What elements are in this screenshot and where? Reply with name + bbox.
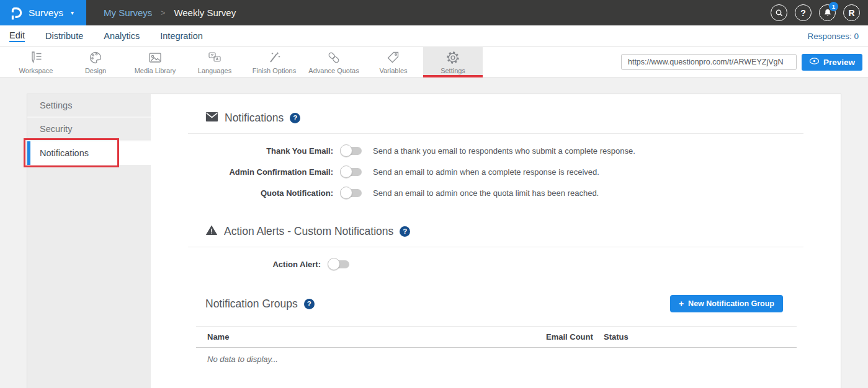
toolbar-item-label: Workspace xyxy=(19,67,53,74)
avatar-initial: R xyxy=(848,8,854,18)
preview-button-label: Preview xyxy=(823,58,855,67)
product-menu[interactable]: Surveys ▾ xyxy=(0,0,86,25)
toolbar-item-design[interactable]: Design xyxy=(66,47,125,77)
toggle-label: Admin Confirmation Email: xyxy=(188,167,341,177)
sidebar-item-notifications[interactable]: Notifications xyxy=(27,141,151,165)
eye-icon xyxy=(809,57,820,67)
table-empty-message: No data to display... xyxy=(196,348,797,364)
toggle-description: Send an email to admin when a complete r… xyxy=(373,167,599,177)
toggle-label: Action Alert: xyxy=(188,260,328,269)
toolbar-item-media-library[interactable]: Media Library xyxy=(125,47,185,77)
toolbar-item-languages[interactable]: Languages xyxy=(185,47,244,77)
help-badge-icon[interactable]: ? xyxy=(290,113,300,123)
tab-analytics[interactable]: Analytics xyxy=(104,31,140,42)
toolbar-item-workspace[interactable]: Workspace xyxy=(6,47,66,77)
sidebar-item-label: Settings xyxy=(40,100,72,110)
column-header-email-count: Email Count xyxy=(546,332,604,342)
toolbar-item-finish-options[interactable]: Finish Options xyxy=(244,47,304,77)
gear-icon xyxy=(445,50,461,66)
notification-badge: 1 xyxy=(829,2,838,11)
toolbar-item-label: Advance Quotas xyxy=(308,67,359,74)
search-icon[interactable] xyxy=(771,4,787,21)
tag-icon xyxy=(385,50,401,66)
sidebar-item-settings[interactable]: Settings xyxy=(27,94,151,118)
toggle-row-action-alert: Action Alert: xyxy=(188,258,803,270)
toggle-label: Thank You Email: xyxy=(188,146,341,156)
toolbar-item-label: Media Library xyxy=(135,67,176,74)
questionpro-logo-icon xyxy=(9,6,22,20)
chain-link-icon xyxy=(326,50,342,66)
image-icon xyxy=(147,50,163,66)
table-header-row: Name Email Count Status xyxy=(196,326,797,348)
section-title: Notifications xyxy=(225,112,284,125)
notification-toggles: Thank You Email: Send a thank you email … xyxy=(188,134,803,199)
notifications-settings-panel: Notifications ? Thank You Email: Send a … xyxy=(151,94,841,388)
magic-wand-icon xyxy=(266,50,282,66)
survey-url-input[interactable] xyxy=(621,54,797,70)
tab-edit[interactable]: Edit xyxy=(9,30,25,42)
action-alert-toggles: Action Alert: xyxy=(188,247,803,270)
toolbar-item-label: Design xyxy=(85,67,106,74)
thank-you-email-toggle[interactable] xyxy=(341,147,362,155)
product-menu-label: Surveys xyxy=(29,7,63,19)
warning-triangle-icon xyxy=(205,224,218,238)
help-icon[interactable]: ? xyxy=(795,4,812,21)
preview-button[interactable]: Preview xyxy=(802,54,862,71)
responses-count[interactable]: Responses: 0 xyxy=(807,32,859,41)
section-title: Notification Groups xyxy=(205,298,298,311)
help-glyph: ? xyxy=(800,8,806,18)
envelope-icon xyxy=(205,112,218,125)
settings-sidebar: Settings Security Notifications xyxy=(27,94,151,388)
toolbar-item-label: Languages xyxy=(198,67,231,74)
toolbar-item-label: Finish Options xyxy=(253,67,296,74)
toggle-row-admin-confirmation-email: Admin Confirmation Email: Send an email … xyxy=(188,165,803,178)
breadcrumb-current: Weekly Survey xyxy=(174,7,236,18)
breadcrumb-parent[interactable]: My Surveys xyxy=(104,7,152,18)
breadcrumb: My Surveys > Weekly Survey xyxy=(86,0,771,25)
edit-toolbar: Workspace Design Media Library xyxy=(0,47,868,77)
action-alert-toggle[interactable] xyxy=(328,260,349,268)
help-badge-icon[interactable]: ? xyxy=(400,226,410,237)
toggle-row-thank-you-email: Thank You Email: Send a thank you email … xyxy=(188,144,803,157)
toolbar-right: Preview xyxy=(621,47,868,77)
toolbar-item-label: Variables xyxy=(379,67,407,74)
main-nav: Edit Distribute Analytics Integration Re… xyxy=(0,25,868,47)
plus-icon: + xyxy=(679,299,684,309)
header-icons: ? 1 R xyxy=(771,0,868,25)
breadcrumb-separator: > xyxy=(161,9,165,17)
notification-groups-table: Name Email Count Status No data to displ… xyxy=(196,326,797,364)
action-alerts-section-header: Action Alerts - Custom Notifications ? xyxy=(188,223,803,240)
admin-confirmation-email-toggle[interactable] xyxy=(341,168,362,176)
quota-notification-toggle[interactable] xyxy=(341,189,362,197)
new-group-button-label: New Notification Group xyxy=(688,299,774,308)
notifications-bell-icon[interactable]: 1 xyxy=(819,4,836,21)
tab-distribute[interactable]: Distribute xyxy=(45,31,83,42)
settings-card: Settings Security Notifications Not xyxy=(27,94,841,388)
tab-integration[interactable]: Integration xyxy=(160,31,203,42)
avatar[interactable]: R xyxy=(843,4,860,21)
workspace-icon xyxy=(28,50,44,66)
help-badge-icon[interactable]: ? xyxy=(304,299,315,309)
new-notification-group-button[interactable]: + New Notification Group xyxy=(670,295,783,312)
toolbar-item-settings[interactable]: Settings xyxy=(423,47,483,77)
palette-icon xyxy=(87,50,104,66)
toolbar-item-variables[interactable]: Variables xyxy=(364,47,423,77)
translate-icon xyxy=(207,50,223,66)
top-header: Surveys ▾ My Surveys > Weekly Survey ? 1… xyxy=(0,0,868,25)
toggle-row-quota-notification: Quota Notification: Send an email to adm… xyxy=(188,187,803,199)
toggle-description: Send an email to admin once the quota li… xyxy=(373,188,599,198)
toggle-description: Send a thank you email to respondents wh… xyxy=(373,146,635,156)
sidebar-item-security[interactable]: Security xyxy=(27,118,151,141)
toggle-label: Quota Notification: xyxy=(188,188,341,198)
page-background: Settings Security Notifications Not xyxy=(0,77,868,388)
toolbar-item-advance-quotas[interactable]: Advance Quotas xyxy=(304,47,364,77)
column-header-name: Name xyxy=(196,332,546,342)
notifications-section-header: Notifications ? xyxy=(188,109,803,126)
section-title: Action Alerts - Custom Notifications xyxy=(224,225,393,238)
toolbar-item-label: Settings xyxy=(441,67,465,74)
notification-groups-header: Notification Groups ? + New Notification… xyxy=(188,295,783,312)
column-header-status: Status xyxy=(604,332,797,342)
sidebar-item-label: Security xyxy=(40,124,72,134)
sidebar-item-label: Notifications xyxy=(40,148,89,158)
chevron-down-icon: ▾ xyxy=(71,9,74,16)
